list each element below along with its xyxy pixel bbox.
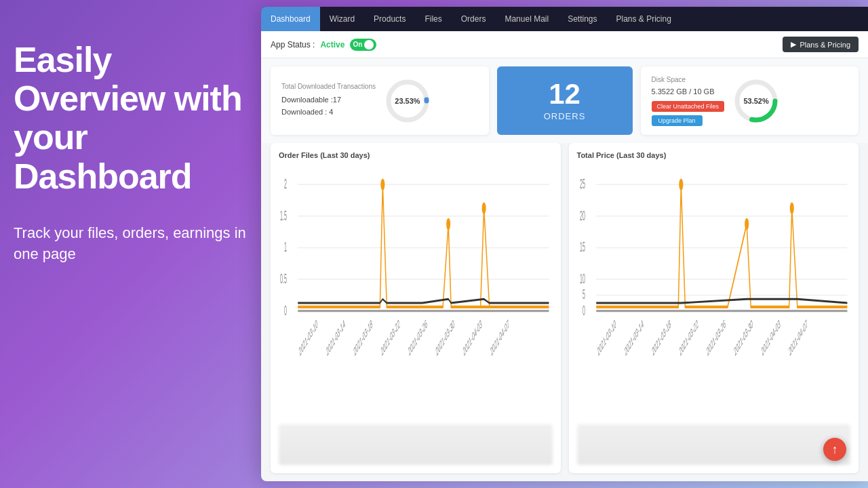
- charts-wrapper: Order Files (Last 30 days) 2 1.5 1 0.5 0: [271, 143, 859, 473]
- status-bar: App Status : Active On ▶ Plans & Pricing: [261, 31, 868, 58]
- svg-point-40: [745, 218, 749, 230]
- total-price-title: Total Price (Last 30 days): [577, 151, 851, 159]
- svg-text:2021-03-30: 2021-03-30: [733, 317, 753, 359]
- plans-btn-icon: ▶: [791, 40, 796, 49]
- svg-text:25: 25: [580, 176, 585, 191]
- svg-text:2021-03-14: 2021-03-14: [326, 317, 346, 359]
- svg-text:2021-03-22: 2021-03-22: [678, 317, 698, 359]
- svg-text:0: 0: [284, 302, 287, 318]
- transaction-donut: 23.53%: [384, 77, 431, 125]
- svg-text:5: 5: [583, 287, 585, 302]
- orders-count: 12: [549, 80, 580, 108]
- svg-text:2021-03-10: 2021-03-10: [596, 317, 616, 359]
- nav-item-manuel-mail[interactable]: Manuel Mail: [495, 7, 558, 31]
- toggle-label: On: [353, 41, 362, 48]
- disk-size: 5.3522 GB / 10 GB: [652, 87, 725, 96]
- plans-pricing-button[interactable]: ▶ Plans & Pricing: [783, 37, 859, 52]
- svg-text:10: 10: [580, 270, 585, 286]
- svg-text:2021-04-07: 2021-04-07: [787, 317, 808, 359]
- svg-text:1.5: 1.5: [280, 207, 287, 223]
- svg-text:2021-03-18: 2021-03-18: [651, 317, 671, 359]
- nav-item-orders[interactable]: Orders: [452, 7, 496, 31]
- app-status: App Status : Active On: [271, 39, 376, 51]
- subtext: Track your files, orders, earnings in on…: [14, 223, 248, 265]
- charts-area: Order Files (Last 30 days) 2 1.5 1 0.5 0: [261, 143, 868, 481]
- app-status-active: Active: [320, 40, 344, 49]
- svg-text:1: 1: [284, 239, 287, 255]
- disk-title: Disk Space: [652, 76, 725, 83]
- total-price-graph: 25 20 15 10 5 0: [577, 165, 851, 422]
- left-panel: Easily Overview with your Dashboard Trac…: [0, 0, 261, 488]
- nav-item-plans-pricing[interactable]: Plans & Pricing: [607, 7, 681, 31]
- disk-card: Disk Space 5.3522 GB / 10 GB Clear Unatt…: [641, 66, 859, 135]
- total-price-legend: [577, 424, 851, 465]
- svg-text:2021-03-30: 2021-03-30: [435, 317, 455, 359]
- svg-text:2021-04-07: 2021-04-07: [490, 317, 510, 359]
- nav-item-wizard[interactable]: Wizard: [320, 7, 364, 31]
- app-toggle[interactable]: On: [350, 39, 376, 51]
- transaction-title: Total Downloaded Transactions: [281, 83, 376, 90]
- svg-text:2: 2: [284, 176, 287, 191]
- orders-card: 12 ORDERS: [497, 66, 633, 135]
- order-files-title: Order Files (Last 30 days): [279, 151, 553, 159]
- nav-item-settings[interactable]: Settings: [558, 7, 606, 31]
- svg-point-15: [380, 178, 384, 190]
- svg-point-16: [446, 218, 450, 230]
- svg-text:0.5: 0.5: [280, 270, 287, 286]
- disk-percent: 53.52%: [743, 97, 768, 105]
- nav-item-dashboard[interactable]: Dashboard: [261, 7, 320, 31]
- stats-area: Total Downloaded Transactions Downloadab…: [261, 58, 868, 143]
- clear-files-button[interactable]: Clear Unattached Files: [652, 101, 725, 112]
- scroll-to-top-button[interactable]: ↑: [823, 438, 846, 461]
- svg-text:2021-03-26: 2021-03-26: [408, 317, 428, 359]
- svg-text:0: 0: [583, 302, 585, 318]
- order-files-legend: [279, 424, 553, 465]
- svg-text:2021-03-18: 2021-03-18: [353, 317, 373, 359]
- svg-text:2021-04-03: 2021-04-03: [760, 317, 781, 359]
- upgrade-plan-button[interactable]: Upgrade Plan: [652, 115, 703, 126]
- order-files-graph: 2 1.5 1 0.5 0: [279, 165, 553, 422]
- orders-label: ORDERS: [544, 111, 586, 121]
- transaction-card: Total Downloaded Transactions Downloadab…: [271, 66, 489, 135]
- svg-text:2021-03-22: 2021-03-22: [380, 317, 400, 359]
- transaction-percent: 23.53%: [395, 97, 420, 105]
- svg-text:2021-03-10: 2021-03-10: [298, 317, 318, 359]
- nav-bar: Dashboard Wizard Products Files Orders M…: [261, 7, 868, 31]
- svg-point-41: [789, 202, 793, 214]
- downloaded-stat: Downloaded : 4: [281, 106, 376, 119]
- svg-text:2021-04-03: 2021-04-03: [462, 317, 483, 359]
- transaction-info: Total Downloaded Transactions Downloadab…: [281, 83, 376, 118]
- plans-btn-label: Plans & Pricing: [800, 41, 850, 49]
- total-price-chart: Total Price (Last 30 days) 25 20 15 10 5…: [569, 143, 859, 473]
- downloadable-stat: Downloadable :17: [281, 94, 376, 106]
- svg-text:2021-03-14: 2021-03-14: [623, 317, 644, 359]
- disk-donut: 53.52%: [732, 77, 780, 125]
- disk-info: Disk Space 5.3522 GB / 10 GB Clear Unatt…: [652, 76, 725, 126]
- toggle-circle: [364, 40, 374, 49]
- svg-text:2021-03-26: 2021-03-26: [705, 317, 726, 359]
- app-status-label: App Status :: [271, 40, 315, 49]
- app-mockup: Dashboard Wizard Products Files Orders M…: [261, 7, 868, 481]
- svg-text:15: 15: [580, 239, 585, 255]
- order-files-chart: Order Files (Last 30 days) 2 1.5 1 0.5 0: [271, 143, 561, 473]
- nav-item-files[interactable]: Files: [415, 7, 451, 31]
- svg-point-39: [679, 178, 683, 190]
- svg-text:20: 20: [580, 207, 585, 223]
- headline: Easily Overview with your Dashboard: [14, 41, 248, 196]
- svg-point-17: [482, 202, 486, 214]
- nav-item-products[interactable]: Products: [364, 7, 415, 31]
